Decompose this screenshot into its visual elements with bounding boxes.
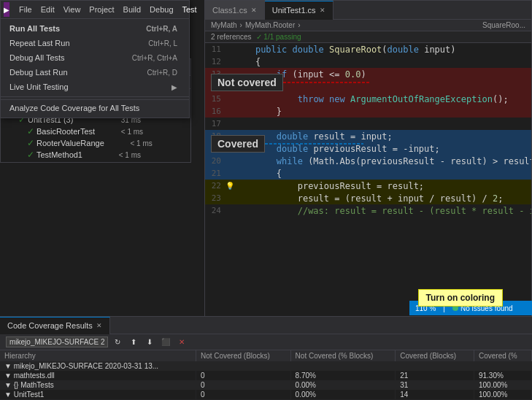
not-covered-line <box>283 82 371 83</box>
test-row[interactable]: ✓ TestMethod1 < 1 ms <box>1 149 190 161</box>
coverage-table-row[interactable]: ▼ {} MathTests 0 0.00% 31 100.00% <box>0 380 532 390</box>
cov-import-btn[interactable]: ⬇ <box>143 336 156 349</box>
col-hierarchy-cell: ▼ UnitTest1 <box>0 390 196 399</box>
code-line-21: 21 { <box>205 167 531 180</box>
menu-items: Run All Tests Ctrl+R, A Repeat Last Run … <box>1 19 189 118</box>
menu-analyze-coverage[interactable]: Analyze Code Coverage for All Tests <box>1 99 189 115</box>
menu-view[interactable]: View <box>60 4 85 15</box>
coverage-table-row[interactable]: ▼ UnitTest1 0 0.00% 14 100.00% <box>0 390 532 399</box>
not-covered-label: Not covered <box>211 74 283 91</box>
vs-icon: ▶ <box>4 2 9 17</box>
tree-expand[interactable]: ▼ <box>4 372 12 380</box>
cov-close-btn[interactable]: ✕ <box>175 336 188 349</box>
col-not-covered-blocks-cell <box>196 361 290 371</box>
col-covered-blocks-cell: 31 <box>396 380 474 390</box>
coverage-tbody: ▼ mikejo_MIKEJO-SURFACE 2020-03-31 13...… <box>0 361 532 400</box>
col-not-covered-blocks-cell: 0 <box>196 371 290 380</box>
coverage-filter-input[interactable] <box>6 336 108 347</box>
coverage-table-header: Hierarchy Not Covered (Blocks) Not Cover… <box>0 350 532 361</box>
col-covered-pct: Covered (% <box>474 350 531 361</box>
col-not-covered-pct: Not Covered (% Blocks) <box>290 350 396 361</box>
menu-run-all-tests[interactable]: Run All Tests Ctrl+R, A <box>1 21 189 36</box>
tree-expand[interactable]: ▼ <box>4 381 12 389</box>
menu-tabs: File Edit View Project Build Debug Test <box>15 4 201 15</box>
menu-file[interactable]: File <box>15 4 36 15</box>
menu-separator <box>1 96 189 97</box>
col-not-covered-pct-cell: 0.00% <box>290 380 396 390</box>
col-not-covered-blocks-cell: 0 <box>196 390 290 399</box>
code-line-12: 12 { <box>205 55 531 68</box>
code-lines: 11 public double SquareRoot(double input… <box>205 43 531 217</box>
col-covered-blocks-cell <box>396 361 474 371</box>
col-covered-pct-cell: 91.30% <box>474 371 531 380</box>
code-line-17: 17 <box>205 118 531 130</box>
close-tab-class1[interactable]: ✕ <box>251 7 257 14</box>
cov-export-btn[interactable]: ⬆ <box>127 336 140 349</box>
menu-debug-last-run[interactable]: Debug Last Run Ctrl+R, D <box>1 65 189 80</box>
coverage-table-row[interactable]: ▼ mathtests.dll 0 8.70% 21 91.30% <box>0 371 532 380</box>
coverage-table-container: Hierarchy Not Covered (Blocks) Not Cover… <box>0 350 532 400</box>
test-row[interactable]: ✓ BasicRooterTest < 1 ms <box>1 126 190 137</box>
not-covered-annotation: Not covered <box>211 74 371 91</box>
col-covered-pct-cell: 100.00% <box>474 380 531 390</box>
coverage-panel: Code Coverage Results ✕ ↻ ⬆ ⬇ ⬛ ✕ Hierar… <box>0 316 532 400</box>
covered-annotation: Covered <box>211 135 363 153</box>
menu-top-bar: ▶ File Edit View Project Build Debug Tes… <box>1 1 189 19</box>
code-line-24: 24 //was: result = result - (result * re… <box>205 204 531 217</box>
code-view[interactable]: 11 public double SquareRoot(double input… <box>205 43 531 217</box>
col-not-covered-blocks-cell: 0 <box>196 380 290 390</box>
editor-tabs-bar: Class1.cs ✕ UnitTest1.cs ✕ <box>205 1 531 20</box>
coverage-tabs-bar: Code Coverage Results ✕ <box>0 317 532 334</box>
check-icon: ✓ <box>27 138 34 148</box>
menu-project[interactable]: Project <box>85 4 117 15</box>
col-not-covered-pct-cell: 8.70% <box>290 371 396 380</box>
covered-label: Covered <box>211 135 265 153</box>
col-not-covered-blocks: Not Covered (Blocks) <box>196 350 290 361</box>
editor-breadcrumb: MyMath › MyMath.Rooter › SquareRoo... <box>205 20 531 31</box>
cov-refresh-btn[interactable]: ↻ <box>111 336 124 349</box>
check-icon: ✓ <box>27 126 34 136</box>
col-covered-blocks-cell: 14 <box>396 390 474 399</box>
cov-coloring-btn[interactable]: ⬛ <box>159 336 172 349</box>
test-row[interactable]: ✓ RooterValueRange < 1 ms <box>1 137 190 149</box>
coverage-tab-results[interactable]: Code Coverage Results ✕ <box>0 317 110 334</box>
col-not-covered-pct-cell: 0.00% <box>290 390 396 399</box>
col-covered-pct-cell: 100.00% <box>474 390 531 399</box>
tab-unittest1[interactable]: UnitTest1.cs ✕ <box>265 1 334 20</box>
col-hierarchy-cell: ▼ mathtests.dll <box>0 371 196 380</box>
menu-debug[interactable]: Debug <box>146 4 177 15</box>
coverage-table-row[interactable]: ▼ mikejo_MIKEJO-SURFACE 2020-03-31 13... <box>0 361 532 371</box>
code-line-23: 23 result = (result + input / result) / … <box>205 192 531 204</box>
col-hierarchy: Hierarchy <box>0 350 196 361</box>
menu-debug-all-tests[interactable]: Debug All Tests Ctrl+R, Ctrl+A <box>1 50 189 65</box>
col-hierarchy-cell: ▼ {} MathTests <box>0 380 196 390</box>
close-coverage-tab[interactable]: ✕ <box>96 322 102 329</box>
coverage-toolbar: ↻ ⬆ ⬇ ⬛ ✕ <box>0 334 532 350</box>
col-hierarchy-cell: ▼ mikejo_MIKEJO-SURFACE 2020-03-31 13... <box>0 361 196 371</box>
turn-on-coloring-tooltip[interactable]: Turn on coloring <box>418 289 503 307</box>
menu-bar: ▶ File Edit View Project Build Debug Tes… <box>0 0 190 118</box>
menu-build[interactable]: Build <box>120 4 144 15</box>
col-covered-blocks: Covered (Blocks) <box>396 350 474 361</box>
menu-edit[interactable]: Edit <box>37 4 58 15</box>
code-line-11: 11 public double SquareRoot(double input… <box>205 43 531 55</box>
col-not-covered-pct-cell <box>290 361 396 371</box>
code-line-16: 16 } <box>205 105 531 118</box>
coverage-table: Hierarchy Not Covered (Blocks) Not Cover… <box>0 350 532 400</box>
col-covered-pct-cell <box>474 361 531 371</box>
code-line-15: 15 throw new ArgumentOutOfRangeException… <box>205 93 531 105</box>
menu-test[interactable]: Test <box>179 4 201 15</box>
references-bar: 2 references ✓ 1/1 passing <box>205 31 531 43</box>
col-covered-blocks-cell: 21 <box>396 371 474 380</box>
covered-line <box>265 143 363 145</box>
check-icon: ✓ <box>27 150 34 160</box>
close-tab-unittest1[interactable]: ✕ <box>320 7 325 14</box>
tree-expand[interactable]: ▼ <box>4 391 12 399</box>
menu-repeat-last-run[interactable]: Repeat Last Run Ctrl+R, L <box>1 36 189 50</box>
menu-live-unit-testing[interactable]: Live Unit Testing ▶ <box>1 80 189 94</box>
tree-expand[interactable]: ▼ <box>4 362 12 370</box>
code-line-20: 20 while (Math.Abs(previousResult - resu… <box>205 155 531 167</box>
code-line-22: 22 💡 previousResult = result; <box>205 180 531 192</box>
tab-class1[interactable]: Class1.cs ✕ <box>205 1 265 20</box>
